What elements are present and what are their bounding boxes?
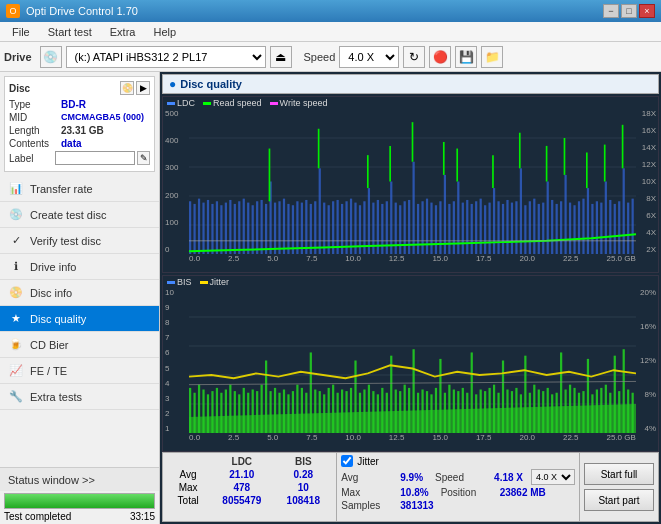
status-time: 33:15	[130, 511, 155, 522]
drive-icon-btn[interactable]: 💿	[40, 46, 62, 68]
svg-rect-63	[453, 201, 455, 254]
status-window-btn[interactable]: Status window >>	[0, 467, 159, 491]
menu-file[interactable]: File	[4, 24, 38, 40]
svg-rect-73	[497, 201, 499, 254]
sidebar-label-fe-te: FE / TE	[30, 365, 67, 377]
disc-panel: Disc 📀 ▶ Type BD-R MID CMCMAGBA5 (000) L…	[4, 76, 155, 172]
svg-rect-205	[556, 393, 558, 433]
disc-quality-icon: ★	[8, 311, 24, 327]
chart2-legend: BIS Jitter	[163, 276, 658, 288]
svg-rect-69	[480, 199, 482, 254]
start-part-button[interactable]: Start part	[584, 489, 654, 511]
sidebar-item-transfer-rate[interactable]: 📊 Transfer rate	[0, 176, 159, 202]
sidebar-item-cd-bier[interactable]: 🍺 CD Bier	[0, 332, 159, 358]
sidebar-item-extra-tests[interactable]: 🔧 Extra tests	[0, 384, 159, 410]
disc-btn1[interactable]: 📀	[120, 81, 134, 95]
svg-rect-127	[207, 394, 209, 433]
svg-rect-97	[605, 182, 607, 255]
bis-legend-label: BIS	[177, 277, 192, 287]
svg-rect-165	[377, 394, 379, 433]
svg-rect-145	[287, 394, 289, 433]
svg-rect-62	[448, 204, 450, 254]
svg-rect-71	[488, 203, 490, 254]
svg-rect-210	[578, 393, 580, 433]
eject-button[interactable]: ⏏	[270, 46, 292, 68]
menu-start-test[interactable]: Start test	[40, 24, 100, 40]
svg-rect-85	[551, 200, 553, 254]
chart1-x-labels: 0.02.55.07.510.012.515.017.520.022.525.0…	[189, 254, 636, 268]
minimize-button[interactable]: −	[603, 4, 619, 18]
sidebar-item-drive-info[interactable]: ℹ Drive info	[0, 254, 159, 280]
sidebar-label-verify-test-disc: Verify test disc	[30, 235, 101, 247]
max-label: Max	[167, 481, 209, 494]
speed-label-stats: Speed	[435, 472, 490, 483]
svg-rect-201	[538, 390, 540, 434]
jitter-legend-label: Jitter	[210, 277, 230, 287]
drive-label: Drive	[4, 51, 32, 63]
svg-rect-60	[439, 201, 441, 254]
svg-rect-176	[426, 391, 428, 433]
svg-rect-18	[252, 205, 254, 254]
svg-rect-52	[404, 201, 406, 254]
svg-rect-190	[488, 388, 490, 433]
settings-button2[interactable]: 💾	[455, 46, 477, 68]
svg-rect-27	[292, 205, 294, 254]
svg-rect-134	[238, 394, 240, 433]
svg-rect-169	[395, 390, 397, 434]
refresh-button[interactable]: ↻	[403, 46, 425, 68]
maximize-button[interactable]: □	[621, 4, 637, 18]
status-completed-text: Test completed	[4, 511, 71, 522]
svg-rect-70	[484, 205, 486, 254]
menu-help[interactable]: Help	[145, 24, 184, 40]
settings-button1[interactable]: 🔴	[429, 46, 451, 68]
chart1-legend: LDC Read speed Write speed	[163, 97, 658, 109]
label-edit-btn[interactable]: ✎	[137, 151, 150, 165]
svg-rect-102	[627, 203, 629, 254]
svg-rect-30	[305, 200, 307, 254]
save-button[interactable]: 📁	[481, 46, 503, 68]
status-progress-bar	[4, 493, 155, 509]
svg-rect-83	[542, 203, 544, 254]
svg-rect-172	[408, 388, 410, 433]
sidebar-item-disc-quality[interactable]: ★ Disc quality	[0, 306, 159, 332]
svg-rect-21	[265, 204, 267, 254]
svg-rect-199	[529, 393, 531, 433]
svg-rect-96	[600, 203, 602, 254]
speed-select-stats[interactable]: 4.0 X	[531, 469, 575, 485]
stats-right: Jitter Avg 9.9% Speed 4.18 X 4.0 X Max 1…	[336, 453, 579, 521]
sidebar-item-fe-te[interactable]: 📈 FE / TE	[0, 358, 159, 384]
disc-btn2[interactable]: ▶	[136, 81, 150, 95]
drive-info-icon: ℹ	[8, 259, 24, 275]
sidebar-label-cd-bier: CD Bier	[30, 339, 69, 351]
start-buttons: Start full Start part	[579, 453, 658, 521]
sidebar-item-create-test-disc[interactable]: 💿 Create test disc	[0, 202, 159, 228]
type-value: BD-R	[61, 99, 86, 110]
drive-select[interactable]: (k:) ATAPI iHBS312 2 PL17	[66, 46, 266, 68]
total-label: Total	[167, 494, 209, 507]
app-title: Opti Drive Control 1.70	[26, 5, 138, 17]
label-input[interactable]	[55, 151, 135, 165]
start-full-button[interactable]: Start full	[584, 463, 654, 485]
menu-extra[interactable]: Extra	[102, 24, 144, 40]
avg-ldc: 21.10	[209, 468, 274, 481]
svg-rect-79	[524, 205, 526, 254]
disc-info-icon: 📀	[8, 285, 24, 301]
speed-select[interactable]: 4.0 X	[339, 46, 399, 68]
jitter-checkbox[interactable]	[341, 455, 353, 467]
svg-rect-55	[417, 204, 419, 254]
svg-rect-24	[278, 201, 280, 254]
svg-rect-25	[283, 199, 285, 254]
svg-rect-11	[220, 205, 222, 254]
title-bar: O Opti Drive Control 1.70 − □ ×	[0, 0, 661, 22]
svg-rect-186	[471, 352, 473, 433]
max-jitter-label: Max	[341, 487, 396, 498]
sidebar-item-verify-test-disc[interactable]: ✓ Verify test disc	[0, 228, 159, 254]
svg-rect-214	[596, 390, 598, 434]
bis-col-header: BIS	[274, 455, 332, 468]
samples-label: Samples	[341, 500, 396, 511]
sidebar-label-disc-quality: Disc quality	[30, 313, 86, 325]
sidebar-item-disc-info[interactable]: 📀 Disc info	[0, 280, 159, 306]
close-button[interactable]: ×	[639, 4, 655, 18]
speed-label: Speed	[304, 51, 336, 63]
svg-rect-56	[421, 201, 423, 254]
